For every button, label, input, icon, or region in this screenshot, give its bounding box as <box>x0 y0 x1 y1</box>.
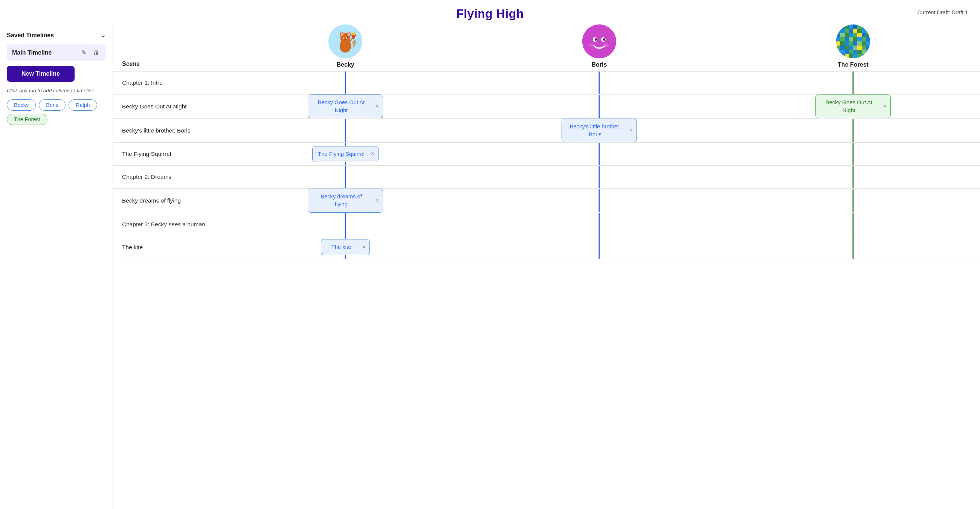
char-cell-boris <box>472 189 726 212</box>
scene-label: Chapter 1: Intro <box>113 74 218 91</box>
remove-card-button[interactable]: × <box>375 198 380 204</box>
char-cell-forest <box>726 72 980 94</box>
tag-forest[interactable]: The Forest <box>7 114 48 125</box>
char-cell-forest <box>726 119 980 142</box>
char-cell-boris <box>472 72 726 94</box>
saved-timelines-header: Saved Timelines ⌄ <box>7 31 106 39</box>
remove-card-button[interactable]: × <box>370 151 375 157</box>
avatar-boris <box>582 24 616 58</box>
char-cell-boris: Becky's little brother, Boris× <box>472 119 726 142</box>
tag-becky[interactable]: Becky <box>7 99 36 111</box>
char-name-boris: Boris <box>592 61 607 68</box>
char-cell-forest <box>726 213 980 236</box>
char-col-becky: Becky <box>218 24 472 71</box>
scene-row: The Flying SquirrelThe Flying Squirrel× <box>113 142 980 165</box>
timeline-card: Becky Goes Out At Night× <box>308 94 383 118</box>
scene-label: Becky Goes Out At Night <box>113 98 218 115</box>
scene-row: Becky's little brother, BorisBecky's lit… <box>113 118 980 142</box>
scene-row: Becky Goes Out At NightBecky Goes Out At… <box>113 94 980 118</box>
char-col-forest: The Forest <box>726 24 980 71</box>
char-cell-becky <box>218 165 472 188</box>
scene-label: The Flying Squirrel <box>113 145 218 163</box>
remove-card-button[interactable]: × <box>628 127 633 134</box>
timeline-card: Becky dreams of flying× <box>308 189 383 212</box>
avatar-forest <box>836 24 870 58</box>
sidebar: Saved Timelines ⌄ Main Timeline ✎ 🗑 New … <box>0 24 113 509</box>
avatar-becky <box>328 24 362 58</box>
tag-ralph[interactable]: Ralph <box>68 99 97 111</box>
becky-avatar-svg <box>329 24 361 58</box>
scene-row: The kiteThe kite× <box>113 236 980 259</box>
remove-card-button[interactable]: × <box>361 244 366 250</box>
scene-row: Chapter 2: Dreams <box>113 165 980 188</box>
char-cell-becky: Becky dreams of flying× <box>218 189 472 212</box>
char-cell-boris <box>472 165 726 188</box>
main-timeline-label: Main Timeline <box>12 49 76 56</box>
svg-point-17 <box>582 24 616 58</box>
svg-point-11 <box>347 37 348 38</box>
delete-timeline-button[interactable]: 🗑 <box>92 49 100 57</box>
saved-timelines-label: Saved Timelines <box>7 32 54 39</box>
char-cell-boris <box>472 213 726 236</box>
timeline-card: The kite× <box>321 239 370 255</box>
scene-label: Becky dreams of flying <box>113 192 218 209</box>
tag-boris[interactable]: Boris <box>39 99 65 111</box>
svg-point-6 <box>341 32 343 36</box>
edit-timeline-button[interactable]: ✎ <box>80 48 88 57</box>
timeline-card: Becky's little brother, Boris× <box>562 119 637 142</box>
char-cell-becky: Becky Goes Out At Night× <box>218 94 472 118</box>
chevron-down-icon[interactable]: ⌄ <box>100 31 106 39</box>
new-timeline-button[interactable]: New Timeline <box>7 66 75 82</box>
char-cell-forest <box>726 165 980 188</box>
char-name-becky: Becky <box>336 61 354 68</box>
char-cell-forest <box>726 189 980 212</box>
svg-point-22 <box>589 43 594 47</box>
char-cell-becky <box>218 213 472 236</box>
scene-column-header: Scene <box>113 57 218 71</box>
char-cell-becky <box>218 72 472 94</box>
remove-card-button[interactable]: × <box>883 103 887 110</box>
char-cell-becky: The kite× <box>218 236 472 259</box>
timeline-content: Scene <box>113 24 980 509</box>
main-timeline-item: Main Timeline ✎ 🗑 <box>7 45 106 60</box>
svg-point-20 <box>595 38 597 41</box>
char-cell-boris <box>472 95 726 118</box>
scene-rows: Chapter 1: IntroBecky Goes Out At NightB… <box>113 71 980 259</box>
scene-row: Chapter 3: Becky sees a human <box>113 213 980 236</box>
click-hint-text: Click any tag to add column to timeline. <box>7 87 106 94</box>
timeline-card: The Flying Squirrel× <box>312 146 379 162</box>
scene-label: Chapter 2: Dreams <box>113 168 218 186</box>
scene-label: Becky's little brother, Boris <box>113 122 218 139</box>
char-cell-becky <box>218 119 472 142</box>
remove-card-button[interactable]: × <box>375 103 380 110</box>
char-cell-forest <box>726 236 980 259</box>
scene-row: Becky dreams of flyingBecky dreams of fl… <box>113 188 980 212</box>
character-header-row: Scene <box>113 24 980 71</box>
char-name-forest: The Forest <box>838 61 869 68</box>
char-col-boris: Boris <box>472 24 726 71</box>
main-layout: Saved Timelines ⌄ Main Timeline ✎ 🗑 New … <box>0 24 980 509</box>
char-cell-becky: The Flying Squirrel× <box>218 143 472 165</box>
char-cell-forest <box>726 143 980 165</box>
timeline-card: Becky Goes Out At Night× <box>815 94 891 118</box>
svg-point-7 <box>348 32 350 36</box>
svg-point-23 <box>604 43 609 47</box>
svg-point-10 <box>344 37 345 38</box>
char-cell-boris <box>472 143 726 165</box>
page-header: Flying High Current Draft: Draft 1 <box>0 0 980 24</box>
char-cell-forest: Becky Goes Out At Night× <box>726 94 980 118</box>
scene-row: Chapter 1: Intro <box>113 71 980 94</box>
svg-point-21 <box>603 38 605 41</box>
scene-label: Chapter 3: Becky sees a human <box>113 216 218 233</box>
boris-avatar-svg <box>582 24 616 58</box>
scene-label: The kite <box>113 239 218 256</box>
svg-point-12 <box>345 39 346 40</box>
draft-label: Current Draft: Draft 1 <box>918 10 968 16</box>
page-title: Flying High <box>0 7 980 21</box>
char-cell-boris <box>472 236 726 259</box>
timeline-table: Scene <box>113 24 980 259</box>
tag-list: Becky Boris Ralph The Forest <box>7 99 106 125</box>
